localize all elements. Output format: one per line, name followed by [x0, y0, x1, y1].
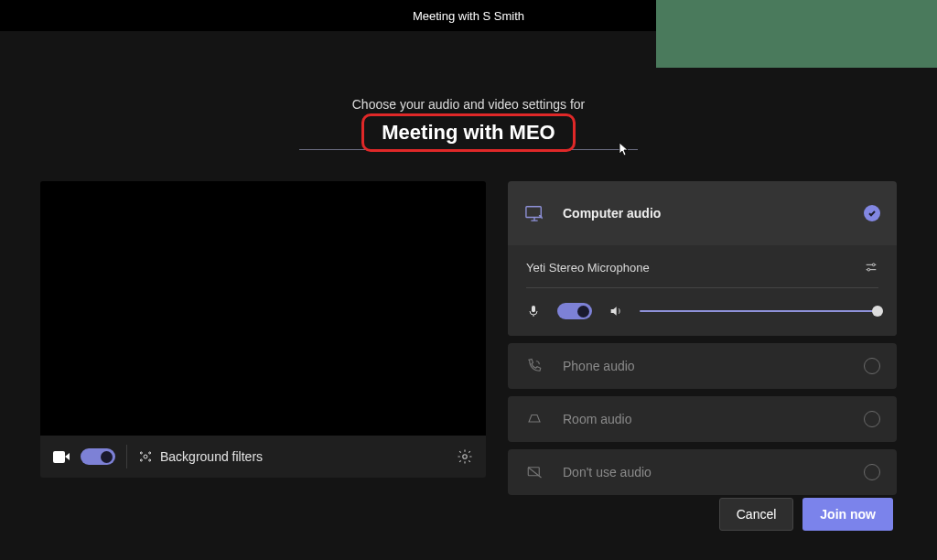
video-controls-bar: Background filters [40, 436, 486, 478]
speaker-icon [609, 304, 623, 318]
room-audio-radio[interactable] [864, 411, 880, 427]
camera-toggle[interactable] [81, 448, 115, 465]
volume-slider[interactable] [640, 310, 878, 312]
background-filters-button[interactable]: Background filters [138, 449, 446, 464]
computer-audio-label: Computer audio [563, 206, 845, 221]
background-filters-label: Background filters [160, 449, 263, 464]
divider [126, 445, 127, 468]
phone-audio-label: Phone audio [563, 359, 845, 373]
selected-check-icon [864, 205, 880, 221]
microphone-toggle[interactable] [557, 303, 592, 319]
join-now-button[interactable]: Join now [802, 498, 893, 531]
no-audio-radio[interactable] [864, 464, 880, 480]
microphone-icon [526, 304, 541, 318]
svg-rect-9 [532, 306, 535, 312]
settings-prompt: Choose your audio and video settings for… [40, 97, 897, 150]
video-preview [40, 181, 486, 436]
camera-icon [53, 451, 70, 463]
computer-audio-icon [524, 204, 544, 222]
option-phone-audio[interactable]: Phone audio [508, 343, 897, 389]
cancel-button[interactable]: Cancel [719, 498, 794, 531]
svg-point-7 [872, 264, 875, 266]
meeting-name-input[interactable]: Meeting with MEO [365, 115, 571, 150]
no-audio-icon [526, 464, 543, 480]
no-audio-label: Don't use audio [563, 465, 845, 479]
window-title: Meeting with S Smith [413, 9, 524, 23]
option-room-audio[interactable]: Room audio [508, 396, 897, 442]
room-audio-label: Room audio [563, 412, 845, 426]
green-overlay [656, 0, 937, 68]
volume-thumb[interactable] [872, 306, 883, 317]
svg-point-2 [149, 452, 151, 454]
audio-settings-icon[interactable] [864, 260, 878, 275]
svg-point-0 [144, 455, 147, 458]
phone-audio-icon [526, 358, 543, 374]
svg-point-4 [149, 459, 151, 461]
meeting-name-text: Meeting with MEO [365, 115, 571, 150]
svg-point-1 [140, 452, 142, 454]
svg-point-8 [867, 268, 870, 271]
svg-point-5 [463, 455, 468, 459]
microphone-device-row[interactable]: Yeti Stereo Microphone [526, 260, 878, 288]
join-now-button-label: Join now [820, 507, 876, 522]
microphone-device-name: Yeti Stereo Microphone [526, 261, 650, 275]
background-filters-icon [138, 449, 153, 464]
device-settings-icon[interactable] [457, 448, 473, 465]
phone-audio-radio[interactable] [864, 358, 880, 374]
input-underline [299, 149, 637, 150]
cancel-button-label: Cancel [737, 507, 777, 522]
option-no-audio[interactable]: Don't use audio [508, 449, 897, 495]
svg-point-3 [140, 459, 142, 461]
prompt-subtitle: Choose your audio and video settings for [40, 97, 897, 112]
option-computer-audio[interactable]: Computer audio Yeti Stereo Microphone [508, 181, 897, 336]
room-audio-icon [526, 411, 543, 427]
footer-buttons: Cancel Join now [719, 498, 893, 531]
